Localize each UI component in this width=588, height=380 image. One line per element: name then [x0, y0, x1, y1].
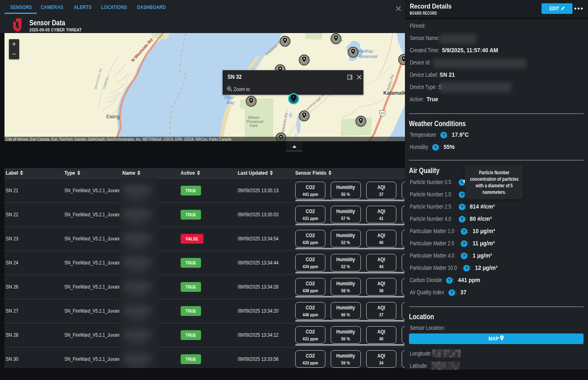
svg-text:Kalamalka: Kalamalka [383, 90, 405, 96]
svg-text:Reservoir: Reservoir [358, 54, 378, 59]
svg-text:Park: Park [250, 123, 258, 128]
svg-text:Otter: Otter [224, 95, 234, 100]
svg-text:97: 97 [381, 111, 385, 115]
svg-text:Bay: Bay [227, 100, 234, 105]
svg-text:MacKay: MacKay [357, 49, 374, 53]
svg-text:Ewing: Ewing [106, 114, 120, 120]
